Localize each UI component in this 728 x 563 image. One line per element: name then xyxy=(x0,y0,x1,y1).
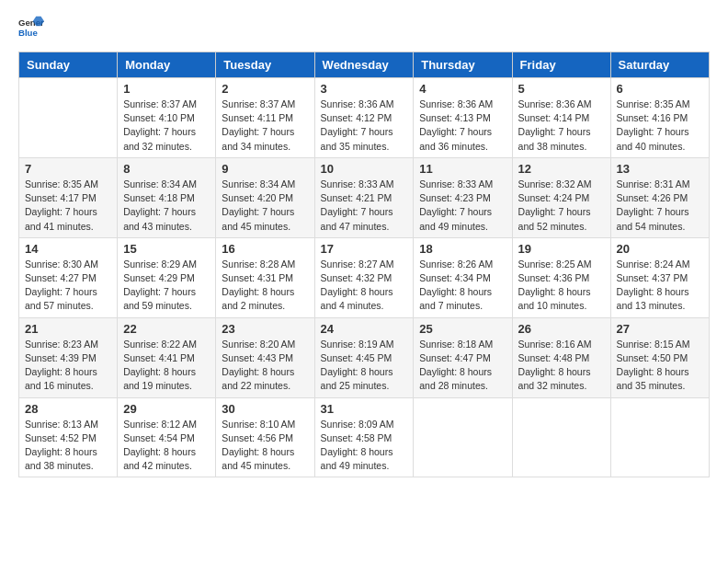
calendar-week-row: 1Sunrise: 8:37 AM Sunset: 4:10 PM Daylig… xyxy=(19,78,710,158)
day-info: Sunrise: 8:33 AM Sunset: 4:21 PM Dayligh… xyxy=(321,178,408,234)
calendar-cell: 7Sunrise: 8:35 AM Sunset: 4:17 PM Daylig… xyxy=(19,157,118,237)
day-number: 2 xyxy=(222,82,308,96)
day-info: Sunrise: 8:33 AM Sunset: 4:23 PM Dayligh… xyxy=(419,178,506,234)
calendar-cell: 16Sunrise: 8:28 AM Sunset: 4:31 PM Dayli… xyxy=(216,237,314,317)
day-number: 9 xyxy=(222,162,308,176)
day-info: Sunrise: 8:28 AM Sunset: 4:31 PM Dayligh… xyxy=(222,258,308,314)
calendar-cell: 11Sunrise: 8:33 AM Sunset: 4:23 PM Dayli… xyxy=(414,157,512,237)
day-number: 30 xyxy=(222,402,308,416)
calendar-cell: 15Sunrise: 8:29 AM Sunset: 4:29 PM Dayli… xyxy=(118,237,216,317)
calendar-cell: 14Sunrise: 8:30 AM Sunset: 4:27 PM Dayli… xyxy=(19,237,118,317)
day-number: 10 xyxy=(321,162,408,176)
day-info: Sunrise: 8:23 AM Sunset: 4:39 PM Dayligh… xyxy=(25,338,111,394)
day-info: Sunrise: 8:25 AM Sunset: 4:36 PM Dayligh… xyxy=(518,258,605,314)
day-info: Sunrise: 8:37 AM Sunset: 4:11 PM Dayligh… xyxy=(222,98,308,154)
page-header: General Blue xyxy=(18,15,710,40)
calendar-cell: 29Sunrise: 8:12 AM Sunset: 4:54 PM Dayli… xyxy=(118,397,216,477)
calendar-cell xyxy=(414,397,512,477)
weekday-header: Wednesday xyxy=(314,52,414,78)
weekday-header: Tuesday xyxy=(216,52,314,78)
calendar-cell: 31Sunrise: 8:09 AM Sunset: 4:58 PM Dayli… xyxy=(314,397,414,477)
calendar-cell: 27Sunrise: 8:15 AM Sunset: 4:50 PM Dayli… xyxy=(610,317,709,397)
weekday-header: Monday xyxy=(118,52,216,78)
calendar-cell: 28Sunrise: 8:13 AM Sunset: 4:52 PM Dayli… xyxy=(19,397,118,477)
calendar-cell: 21Sunrise: 8:23 AM Sunset: 4:39 PM Dayli… xyxy=(19,317,118,397)
calendar-cell: 4Sunrise: 8:36 AM Sunset: 4:13 PM Daylig… xyxy=(414,78,512,158)
calendar-cell: 30Sunrise: 8:10 AM Sunset: 4:56 PM Dayli… xyxy=(216,397,314,477)
calendar-header-row: SundayMondayTuesdayWednesdayThursdayFrid… xyxy=(19,52,710,78)
day-number: 31 xyxy=(321,402,408,416)
calendar-cell: 20Sunrise: 8:24 AM Sunset: 4:37 PM Dayli… xyxy=(610,237,709,317)
calendar-cell: 19Sunrise: 8:25 AM Sunset: 4:36 PM Dayli… xyxy=(512,237,610,317)
day-number: 27 xyxy=(617,322,703,336)
day-number: 21 xyxy=(25,322,111,336)
day-info: Sunrise: 8:13 AM Sunset: 4:52 PM Dayligh… xyxy=(25,418,111,474)
day-number: 13 xyxy=(617,162,703,176)
calendar-cell: 23Sunrise: 8:20 AM Sunset: 4:43 PM Dayli… xyxy=(216,317,314,397)
day-number: 16 xyxy=(222,242,308,256)
calendar-week-row: 14Sunrise: 8:30 AM Sunset: 4:27 PM Dayli… xyxy=(19,237,710,317)
day-info: Sunrise: 8:16 AM Sunset: 4:48 PM Dayligh… xyxy=(518,338,605,394)
day-number: 28 xyxy=(25,402,111,416)
logo-icon: General Blue xyxy=(18,15,44,40)
calendar-cell: 1Sunrise: 8:37 AM Sunset: 4:10 PM Daylig… xyxy=(118,78,216,158)
day-number: 7 xyxy=(25,162,111,176)
day-info: Sunrise: 8:09 AM Sunset: 4:58 PM Dayligh… xyxy=(321,418,408,474)
day-number: 14 xyxy=(25,242,111,256)
day-info: Sunrise: 8:32 AM Sunset: 4:24 PM Dayligh… xyxy=(518,178,605,234)
day-info: Sunrise: 8:35 AM Sunset: 4:17 PM Dayligh… xyxy=(25,178,111,234)
calendar-cell: 10Sunrise: 8:33 AM Sunset: 4:21 PM Dayli… xyxy=(314,157,414,237)
day-number: 20 xyxy=(617,242,703,256)
calendar-cell: 25Sunrise: 8:18 AM Sunset: 4:47 PM Dayli… xyxy=(414,317,512,397)
day-info: Sunrise: 8:24 AM Sunset: 4:37 PM Dayligh… xyxy=(617,258,703,314)
day-info: Sunrise: 8:36 AM Sunset: 4:14 PM Dayligh… xyxy=(518,98,605,154)
day-info: Sunrise: 8:18 AM Sunset: 4:47 PM Dayligh… xyxy=(419,338,506,394)
day-info: Sunrise: 8:10 AM Sunset: 4:56 PM Dayligh… xyxy=(222,418,308,474)
day-info: Sunrise: 8:34 AM Sunset: 4:18 PM Dayligh… xyxy=(123,178,210,234)
calendar-cell xyxy=(19,78,118,158)
day-number: 24 xyxy=(321,322,408,336)
day-info: Sunrise: 8:35 AM Sunset: 4:16 PM Dayligh… xyxy=(617,98,703,154)
logo: General Blue xyxy=(18,15,44,40)
calendar-cell: 22Sunrise: 8:22 AM Sunset: 4:41 PM Dayli… xyxy=(118,317,216,397)
calendar-cell: 9Sunrise: 8:34 AM Sunset: 4:20 PM Daylig… xyxy=(216,157,314,237)
day-number: 11 xyxy=(419,162,506,176)
day-number: 22 xyxy=(123,322,210,336)
weekday-header: Sunday xyxy=(19,52,118,78)
calendar-cell: 24Sunrise: 8:19 AM Sunset: 4:45 PM Dayli… xyxy=(314,317,414,397)
day-info: Sunrise: 8:36 AM Sunset: 4:13 PM Dayligh… xyxy=(419,98,506,154)
calendar-week-row: 7Sunrise: 8:35 AM Sunset: 4:17 PM Daylig… xyxy=(19,157,710,237)
calendar-cell xyxy=(610,397,709,477)
calendar-cell: 18Sunrise: 8:26 AM Sunset: 4:34 PM Dayli… xyxy=(414,237,512,317)
day-number: 4 xyxy=(419,82,506,96)
calendar-cell: 13Sunrise: 8:31 AM Sunset: 4:26 PM Dayli… xyxy=(610,157,709,237)
day-number: 8 xyxy=(123,162,210,176)
weekday-header: Saturday xyxy=(610,52,709,78)
calendar-cell: 17Sunrise: 8:27 AM Sunset: 4:32 PM Dayli… xyxy=(314,237,414,317)
calendar-cell: 3Sunrise: 8:36 AM Sunset: 4:12 PM Daylig… xyxy=(314,78,414,158)
svg-text:Blue: Blue xyxy=(18,28,38,38)
day-info: Sunrise: 8:15 AM Sunset: 4:50 PM Dayligh… xyxy=(617,338,703,394)
day-info: Sunrise: 8:34 AM Sunset: 4:20 PM Dayligh… xyxy=(222,178,308,234)
day-info: Sunrise: 8:36 AM Sunset: 4:12 PM Dayligh… xyxy=(321,98,408,154)
calendar-cell: 8Sunrise: 8:34 AM Sunset: 4:18 PM Daylig… xyxy=(118,157,216,237)
day-number: 17 xyxy=(321,242,408,256)
day-info: Sunrise: 8:37 AM Sunset: 4:10 PM Dayligh… xyxy=(123,98,210,154)
day-number: 3 xyxy=(321,82,408,96)
day-info: Sunrise: 8:20 AM Sunset: 4:43 PM Dayligh… xyxy=(222,338,308,394)
day-info: Sunrise: 8:12 AM Sunset: 4:54 PM Dayligh… xyxy=(123,418,210,474)
day-info: Sunrise: 8:27 AM Sunset: 4:32 PM Dayligh… xyxy=(321,258,408,314)
day-number: 23 xyxy=(222,322,308,336)
day-number: 15 xyxy=(123,242,210,256)
day-info: Sunrise: 8:30 AM Sunset: 4:27 PM Dayligh… xyxy=(25,258,111,314)
calendar-cell: 26Sunrise: 8:16 AM Sunset: 4:48 PM Dayli… xyxy=(512,317,610,397)
weekday-header: Thursday xyxy=(414,52,512,78)
day-info: Sunrise: 8:19 AM Sunset: 4:45 PM Dayligh… xyxy=(321,338,408,394)
day-number: 18 xyxy=(419,242,506,256)
calendar-cell xyxy=(512,397,610,477)
day-number: 12 xyxy=(518,162,605,176)
calendar-table: SundayMondayTuesdayWednesdayThursdayFrid… xyxy=(18,52,710,477)
day-info: Sunrise: 8:29 AM Sunset: 4:29 PM Dayligh… xyxy=(123,258,210,314)
day-number: 26 xyxy=(518,322,605,336)
calendar-cell: 12Sunrise: 8:32 AM Sunset: 4:24 PM Dayli… xyxy=(512,157,610,237)
